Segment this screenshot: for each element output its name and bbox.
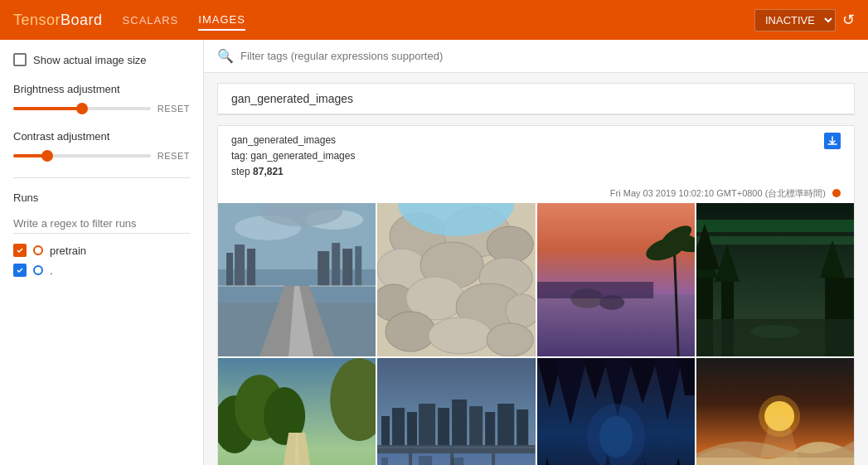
svg-rect-76: [516, 409, 528, 449]
timestamp: Fri May 03 2019 10:02:10 GMT+0800 (台北標準時…: [610, 187, 826, 200]
image-grid: [218, 203, 854, 465]
svg-rect-83: [419, 456, 432, 465]
refresh-button[interactable]: ↺: [842, 11, 855, 29]
run-checkbox-pretrain[interactable]: [13, 244, 27, 257]
grid-image-6: [377, 358, 535, 465]
svg-point-28: [506, 294, 535, 327]
main-nav: SCALARS IMAGES: [123, 10, 735, 31]
svg-rect-8: [226, 253, 233, 286]
svg-rect-74: [485, 412, 495, 449]
svg-point-31: [487, 323, 533, 356]
grid-image-1: [218, 203, 376, 356]
svg-rect-77: [377, 445, 535, 453]
image-card-header: gan_generated_images tag: gan_generated_…: [218, 126, 854, 187]
svg-rect-73: [469, 406, 482, 449]
svg-rect-67: [381, 416, 390, 449]
brightness-slider[interactable]: [13, 107, 151, 110]
card-step-label: step: [231, 166, 250, 177]
run-dot-pretrain: [33, 245, 43, 255]
brightness-slider-row: RESET: [13, 104, 190, 114]
contrast-slider[interactable]: [13, 154, 151, 157]
svg-rect-13: [342, 249, 352, 286]
contrast-reset-button[interactable]: RESET: [158, 151, 190, 161]
svg-point-99: [599, 416, 633, 458]
tag-header: gan_generated_images: [218, 84, 854, 114]
svg-rect-10: [247, 249, 255, 286]
app-logo: TensorBoard: [13, 12, 103, 29]
run-item-pretrain: pretrain: [13, 244, 190, 257]
svg-rect-43: [696, 220, 854, 232]
main-content: 🔍 gan_generated_images gan_generated_ima…: [204, 40, 868, 465]
nav-images[interactable]: IMAGES: [198, 10, 245, 31]
brightness-reset-button[interactable]: RESET: [158, 104, 190, 114]
svg-rect-72: [452, 400, 467, 449]
header-right: INACTIVE ↺: [754, 9, 855, 31]
svg-rect-41: [537, 282, 653, 298]
image-card: gan_generated_images tag: gan_generated_…: [217, 125, 855, 465]
card-run: gan_generated_images: [231, 133, 355, 148]
brightness-label: Brightness adjustment: [13, 83, 190, 95]
svg-point-54: [750, 325, 800, 338]
timestamp-dot: [832, 189, 841, 197]
status-select[interactable]: INACTIVE: [754, 9, 836, 31]
image-card-info: gan_generated_images tag: gan_generated_…: [231, 133, 355, 181]
svg-rect-68: [392, 408, 405, 449]
app-header: TensorBoard SCALARS IMAGES INACTIVE ↺: [0, 0, 868, 40]
timestamp-row: Fri May 03 2019 10:02:10 GMT+0800 (台北標準時…: [218, 187, 854, 203]
run-checkbox-dot[interactable]: [13, 264, 27, 277]
grid-image-7: [537, 358, 695, 465]
runs-filter-input[interactable]: [13, 214, 190, 234]
svg-rect-84: [452, 458, 463, 465]
runs-label: Runs: [13, 191, 190, 204]
brightness-section: Brightness adjustment RESET: [13, 83, 190, 114]
svg-rect-9: [235, 245, 245, 286]
filter-bar: 🔍: [204, 40, 868, 73]
svg-rect-71: [438, 408, 449, 449]
show-actual-size-label: Show actual image size: [33, 54, 147, 66]
card-step: step 87,821: [231, 164, 355, 180]
sidebar-divider: [13, 177, 190, 178]
svg-rect-82: [381, 458, 388, 465]
grid-image-2: [377, 203, 535, 356]
svg-point-30: [429, 317, 492, 354]
run-item-dot: .: [13, 264, 190, 277]
svg-rect-69: [407, 412, 417, 449]
run-name-pretrain: pretrain: [50, 245, 86, 257]
grid-image-5: [218, 358, 376, 465]
search-icon: 🔍: [217, 48, 234, 64]
filter-input[interactable]: [240, 50, 855, 62]
svg-rect-75: [497, 404, 514, 449]
tag-section: gan_generated_images: [217, 83, 855, 115]
contrast-slider-row: RESET: [13, 151, 190, 161]
card-step-value: 87,821: [253, 166, 284, 177]
nav-scalars[interactable]: SCALARS: [123, 11, 179, 30]
svg-point-21: [487, 226, 533, 263]
content-area: gan_generated_images gan_generated_image…: [204, 73, 868, 465]
sidebar: Show actual image size Brightness adjust…: [0, 40, 204, 465]
contrast-label: Contrast adjustment: [13, 130, 190, 143]
grid-image-4: [696, 203, 854, 356]
svg-rect-11: [318, 251, 329, 286]
run-name-dot: .: [50, 264, 53, 277]
grid-image-8: [696, 358, 854, 465]
run-dot-dot: [33, 265, 43, 275]
svg-rect-12: [332, 243, 340, 286]
show-actual-size-row: Show actual image size: [13, 53, 190, 66]
svg-point-29: [386, 312, 435, 351]
contrast-section: Contrast adjustment RESET: [13, 130, 190, 161]
svg-rect-14: [355, 246, 361, 286]
card-tag: tag: gan_generated_images: [231, 148, 355, 164]
grid-image-3: [537, 203, 695, 356]
main-layout: Show actual image size Brightness adjust…: [0, 40, 868, 465]
download-button[interactable]: [824, 133, 841, 149]
svg-rect-70: [419, 404, 435, 449]
show-actual-size-checkbox[interactable]: [13, 53, 27, 66]
svg-rect-44: [696, 236, 854, 245]
